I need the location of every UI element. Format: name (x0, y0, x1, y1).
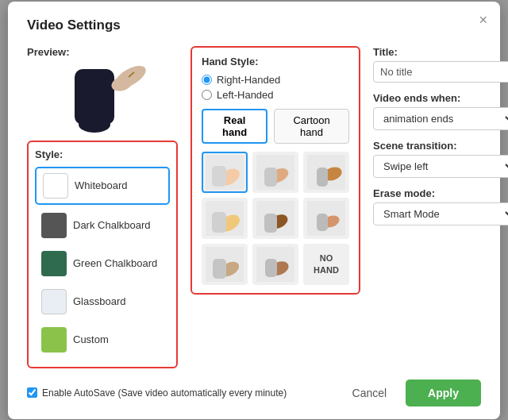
hand-5-svg (256, 201, 294, 236)
title-input[interactable] (373, 61, 508, 83)
preview-arm-svg (27, 61, 154, 133)
hand-7-svg (206, 247, 244, 282)
right-handed-option[interactable]: Right-Handed (202, 74, 349, 86)
svg-rect-26 (213, 259, 226, 279)
hand-1-svg (206, 155, 244, 190)
hand-thumb-8[interactable] (252, 244, 298, 285)
hand-thumb-1[interactable] (202, 152, 248, 193)
left-handed-label: Left-Handed (217, 89, 274, 101)
svg-rect-8 (212, 166, 226, 187)
scene-transition-setting: Scene transition: Swipe left Swipe right… (373, 140, 508, 178)
svg-rect-29 (265, 259, 277, 277)
hand-grid: NOHAND (202, 152, 349, 285)
preview-label: Preview: (27, 46, 178, 58)
preview-box (27, 61, 154, 133)
hand-style-section: Hand Style: Right-Handed Left-Handed Rea… (190, 46, 360, 295)
hand-thumb-7[interactable] (202, 244, 248, 285)
hand-type-buttons: Real hand Cartoon hand (202, 109, 349, 144)
custom-swatch (41, 327, 67, 353)
green-chalkboard-swatch (41, 251, 67, 276)
hand-thumb-4[interactable] (202, 198, 248, 239)
glassboard-swatch (41, 289, 67, 314)
autosave-row: Enable AutoSave (Save video automaticall… (27, 387, 287, 399)
right-handed-label: Right-Handed (217, 74, 280, 86)
hand-4-svg (206, 201, 244, 236)
scene-transition-label: Scene transition: (373, 140, 508, 152)
hand-thumb-2[interactable] (252, 152, 298, 193)
style-green-chalkboard[interactable]: Green Chalkboard (35, 246, 170, 281)
glassboard-label: Glassboard (73, 295, 125, 307)
scene-transition-select[interactable]: Swipe left Swipe right Fade None (373, 155, 508, 178)
erase-mode-setting: Erase mode: Smart Mode Eraser None (373, 187, 508, 225)
svg-rect-17 (212, 212, 226, 233)
title-setting: Title: (373, 46, 508, 83)
dark-chalkboard-swatch (41, 213, 67, 238)
cancel-button[interactable]: Cancel (341, 380, 398, 406)
left-handed-option[interactable]: Left-Handed (202, 89, 349, 101)
hand-2-svg (256, 155, 294, 190)
hand-thumb-3[interactable] (303, 152, 349, 193)
dark-chalkboard-label: Dark Chalkboard (73, 219, 151, 231)
svg-rect-2 (75, 69, 114, 125)
real-hand-button[interactable]: Real hand (202, 109, 267, 144)
hand-style-title: Hand Style: (202, 56, 349, 67)
svg-rect-20 (264, 214, 277, 233)
video-ends-setting: Video ends when: animation ends manually (373, 92, 508, 130)
content-area: Preview: Style: (27, 46, 481, 368)
style-glassboard[interactable]: Glassboard (35, 284, 170, 319)
erase-mode-select[interactable]: Smart Mode Eraser None (373, 202, 508, 225)
hand-thumb-5[interactable] (252, 198, 298, 239)
video-ends-select[interactable]: animation ends manually (373, 107, 508, 130)
modal: × Video Settings Preview: (8, 2, 500, 419)
custom-label: Custom (73, 333, 109, 345)
title-label: Title: (373, 46, 508, 58)
svg-rect-11 (264, 168, 277, 187)
autosave-checkbox[interactable] (27, 387, 37, 398)
green-chalkboard-label: Green Chalkboard (73, 257, 157, 269)
button-row: Cancel Apply (341, 380, 481, 407)
style-custom[interactable]: Custom (35, 322, 170, 357)
cartoon-hand-button[interactable]: Cartoon hand (274, 109, 349, 144)
right-column: Title: Video ends when: animation ends m… (373, 46, 508, 368)
svg-point-3 (79, 117, 110, 133)
svg-rect-23 (317, 214, 328, 231)
style-label: Style: (35, 148, 170, 160)
style-whiteboard[interactable]: Whiteboard (35, 167, 170, 205)
hand-6-svg (307, 201, 345, 236)
hand-8-svg (256, 247, 294, 282)
style-dark-chalkboard[interactable]: Dark Chalkboard (35, 208, 170, 243)
hand-3-svg (307, 155, 345, 190)
style-section: Style: Whiteboard Dark Chalkboard Green … (27, 141, 178, 368)
modal-title: Video Settings (27, 17, 481, 33)
close-button[interactable]: × (479, 13, 487, 27)
middle-column: Hand Style: Right-Handed Left-Handed Rea… (190, 46, 360, 368)
whiteboard-swatch (43, 173, 68, 198)
preview-section: Preview: (27, 46, 178, 133)
erase-mode-label: Erase mode: (373, 187, 508, 199)
hand-orientation-group: Right-Handed Left-Handed (202, 74, 349, 101)
right-handed-radio[interactable] (202, 75, 212, 85)
video-ends-label: Video ends when: (373, 92, 508, 104)
left-column: Preview: Style: (27, 46, 178, 368)
whiteboard-label: Whiteboard (75, 179, 127, 191)
hand-thumb-6[interactable] (303, 198, 349, 239)
hand-thumb-no-hand[interactable]: NOHAND (303, 244, 349, 285)
apply-button[interactable]: Apply (406, 380, 481, 407)
left-handed-radio[interactable] (202, 90, 212, 100)
bottom-bar: Enable AutoSave (Save video automaticall… (27, 380, 481, 407)
svg-rect-14 (317, 168, 328, 187)
no-hand-label: NOHAND (314, 252, 339, 276)
autosave-label: Enable AutoSave (Save video automaticall… (42, 387, 287, 399)
